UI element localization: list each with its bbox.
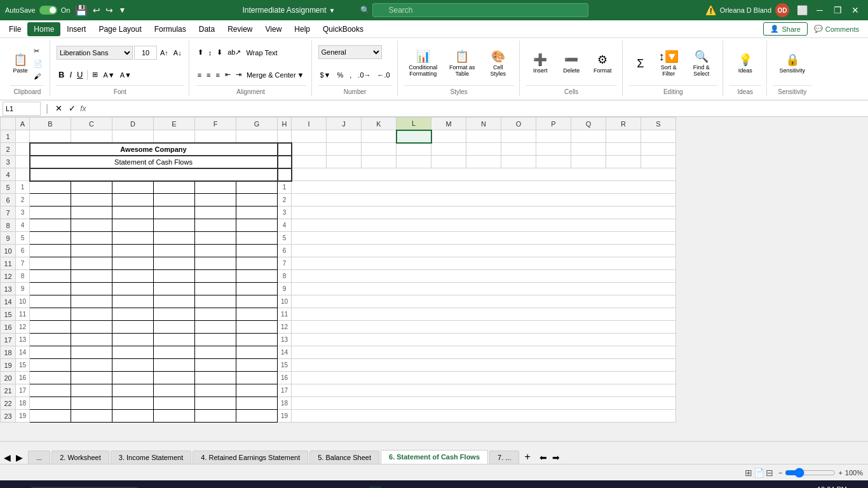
cell-b15[interactable]: [30, 308, 71, 321]
col-header-f[interactable]: F: [195, 118, 236, 130]
cell-e11[interactable]: [154, 257, 195, 270]
cell-b10[interactable]: [30, 245, 71, 257]
cell-rest6[interactable]: [292, 194, 676, 207]
cell-m2[interactable]: [431, 143, 466, 156]
autosave-toggle[interactable]: [39, 6, 57, 15]
cell-rest8[interactable]: [292, 219, 676, 232]
cell-e8[interactable]: [154, 219, 195, 232]
search-input[interactable]: [372, 3, 588, 17]
cell-a9[interactable]: 5: [16, 232, 30, 245]
cell-e5[interactable]: [154, 181, 195, 194]
text-direction-btn[interactable]: ab↗: [226, 47, 243, 58]
cell-b14[interactable]: [30, 295, 71, 308]
cell-f11[interactable]: [195, 257, 236, 270]
row-header-10[interactable]: 10: [1, 245, 16, 257]
cell-l2[interactable]: [397, 143, 431, 156]
cell-d7[interactable]: [112, 207, 154, 219]
cell-rest10[interactable]: [292, 245, 676, 257]
cell-b23[interactable]: [30, 410, 71, 423]
cell-f19[interactable]: [195, 359, 236, 372]
taskbar-store-icon[interactable]: 🛍: [234, 485, 252, 488]
col-header-c[interactable]: C: [71, 118, 112, 130]
cell-rest15[interactable]: [292, 308, 676, 321]
menu-home[interactable]: Home: [27, 22, 60, 36]
row-header-1[interactable]: 1: [1, 130, 16, 143]
cell-rest12[interactable]: [292, 270, 676, 283]
decrease-indent-btn[interactable]: ⇤: [223, 69, 233, 81]
cell-e10[interactable]: [154, 245, 195, 257]
cell-d19[interactable]: [112, 359, 154, 372]
row-header-21[interactable]: 21: [1, 384, 16, 397]
cell-e7[interactable]: [154, 207, 195, 219]
cell-f23[interactable]: [195, 410, 236, 423]
cell-d11[interactable]: [112, 257, 154, 270]
cell-g6[interactable]: [236, 194, 278, 207]
cell-rest21[interactable]: [292, 384, 676, 397]
cell-d16[interactable]: [112, 321, 154, 334]
cell-b17[interactable]: [30, 334, 71, 346]
accept-formula-btn[interactable]: ✓: [67, 103, 78, 114]
cell-e20[interactable]: [154, 372, 195, 384]
restore-btn[interactable]: ❐: [830, 3, 845, 18]
sheet-scroll-right-btn[interactable]: ➡: [551, 451, 561, 464]
cell-p2[interactable]: [536, 143, 571, 156]
delete-btn[interactable]: ➖ Delete: [557, 47, 586, 80]
cell-e1[interactable]: [154, 130, 195, 143]
format-as-table-btn[interactable]: 📋 Format as Table: [445, 47, 480, 80]
cell-h19[interactable]: 15: [278, 359, 292, 372]
cell-c16[interactable]: [71, 321, 112, 334]
cell-rest14[interactable]: [292, 295, 676, 308]
cell-h20[interactable]: 16: [278, 372, 292, 384]
cell-l1[interactable]: [397, 130, 431, 143]
cell-n2[interactable]: [466, 143, 501, 156]
insert-btn[interactable]: ➕ Insert: [526, 47, 555, 80]
cell-a13[interactable]: 9: [16, 283, 30, 295]
cell-a7[interactable]: 3: [16, 207, 30, 219]
conditional-formatting-btn[interactable]: 📊 Conditional Formatting: [404, 47, 442, 80]
cell-h10[interactable]: 6: [278, 245, 292, 257]
cell-b11[interactable]: [30, 257, 71, 270]
cell-h12[interactable]: 8: [278, 270, 292, 283]
cell-b18[interactable]: [30, 346, 71, 359]
cell-r1[interactable]: [606, 130, 641, 143]
cell-rest23[interactable]: [292, 410, 676, 423]
zoom-in-icon[interactable]: +: [838, 469, 842, 477]
cell-h14[interactable]: 10: [278, 295, 292, 308]
taskbar-edge-icon[interactable]: 🌐: [186, 485, 206, 489]
cell-l3[interactable]: [397, 156, 431, 168]
row-header-4[interactable]: 4: [1, 168, 16, 181]
sheet-tab-7[interactable]: 7. ...: [489, 451, 519, 464]
cell-d14[interactable]: [112, 295, 154, 308]
cell-g21[interactable]: [236, 384, 278, 397]
cell-b21[interactable]: [30, 384, 71, 397]
increase-font-btn[interactable]: A↑: [158, 47, 170, 58]
cell-b8[interactable]: [30, 219, 71, 232]
cell-e9[interactable]: [154, 232, 195, 245]
cell-c18[interactable]: [71, 346, 112, 359]
menu-formulas[interactable]: Formulas: [148, 22, 193, 36]
comma-btn[interactable]: ,: [348, 69, 353, 81]
row-header-14[interactable]: 14: [1, 295, 16, 308]
align-right-btn[interactable]: ≡: [214, 69, 222, 81]
cell-d10[interactable]: [112, 245, 154, 257]
cell-a3[interactable]: [16, 156, 30, 168]
cell-k1[interactable]: [362, 130, 397, 143]
cell-g8[interactable]: [236, 219, 278, 232]
undo-icon[interactable]: ↩: [93, 5, 100, 15]
cell-s3[interactable]: [641, 156, 676, 168]
ribbon-collapse-btn[interactable]: ⬜: [794, 3, 810, 18]
menu-data[interactable]: Data: [193, 22, 221, 36]
cell-a4[interactable]: [16, 168, 30, 181]
align-center-btn[interactable]: ≡: [205, 69, 212, 81]
formula-input[interactable]: [89, 102, 866, 116]
cell-f15[interactable]: [195, 308, 236, 321]
cell-b3-merged[interactable]: Statement of Cash Flows: [30, 156, 278, 168]
cell-a11[interactable]: 7: [16, 257, 30, 270]
redo-icon[interactable]: ↪: [105, 5, 113, 15]
clock[interactable]: 10:24 PM 11/25/2020: [812, 485, 847, 488]
save-icon[interactable]: 💾: [75, 4, 88, 17]
tab-next-btn[interactable]: ▶: [15, 451, 24, 464]
cell-o3[interactable]: [501, 156, 536, 168]
sheet-tab-3[interactable]: 3. Income Statement: [111, 451, 192, 464]
cell-g17[interactable]: [236, 334, 278, 346]
